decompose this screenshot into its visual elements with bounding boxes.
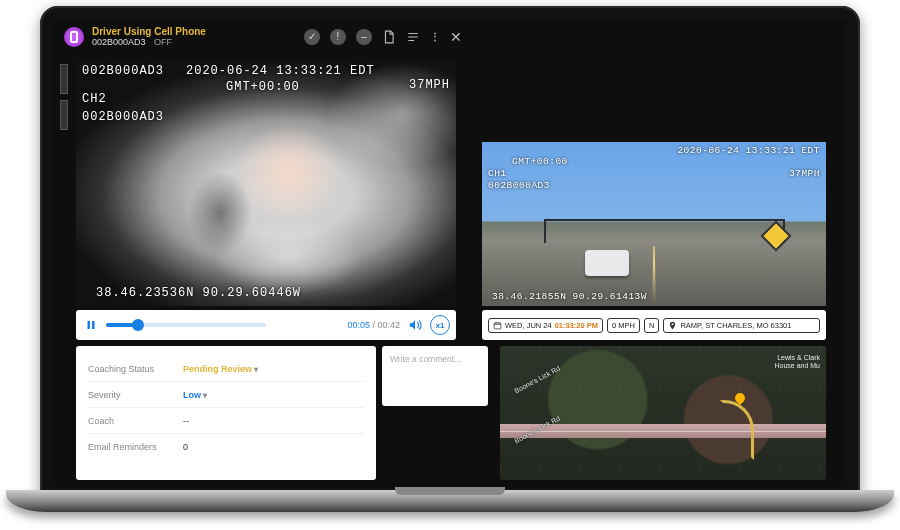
laptop-frame: Driver Using Cell Phone 002B000AD3 OFF ✓… xyxy=(40,6,860,512)
playback-bar: 00:05 / 00:42 x1 xyxy=(76,310,456,340)
map-panel[interactable]: Boone's Lick Rd Boone's Lick Rd Lewis & … xyxy=(500,346,826,480)
alert-icon[interactable]: ! xyxy=(330,29,346,45)
close-icon[interactable]: ✕ xyxy=(450,29,462,45)
event-title: Driver Using Cell Phone xyxy=(92,26,206,37)
device-status: OFF xyxy=(154,37,172,47)
coaching-panel: Coaching Status Pending Review▾ Severity… xyxy=(76,346,376,480)
value-coaching-status[interactable]: Pending Review▾ xyxy=(183,364,258,374)
lane-marking xyxy=(652,246,656,305)
comment-placeholder: Write a comment... xyxy=(390,354,461,364)
value-severity[interactable]: Low▾ xyxy=(183,390,207,400)
pause-button[interactable] xyxy=(82,316,100,334)
severity-text: Low xyxy=(183,390,201,400)
main-area: 002B000AD3 2020-06-24 13:33:21 EDT GMT+0… xyxy=(68,60,832,480)
osd-timestamp: 2020-06-24 13:33:21 EDT xyxy=(186,64,375,78)
svg-rect-0 xyxy=(88,321,91,329)
screen-bezel: Driver Using Cell Phone 002B000AD3 OFF ✓… xyxy=(40,6,860,496)
osd2-device: 002B000AD3 xyxy=(488,180,550,191)
seek-track[interactable] xyxy=(106,323,266,327)
map-poi-line2: House and Mu xyxy=(774,362,820,370)
chevron-down-icon: ▾ xyxy=(254,365,258,374)
event-header: Driver Using Cell Phone 002B000AD3 OFF ✓… xyxy=(54,20,846,51)
info-heading: N xyxy=(649,321,654,330)
chip-heading: N xyxy=(644,318,659,333)
osd2-tz: GMT+00:00 xyxy=(512,156,568,167)
osd2-coords: 38.46.21855N 90.29.61413W xyxy=(492,291,647,302)
svg-rect-2 xyxy=(494,322,501,328)
event-heading: Driver Using Cell Phone 002B000AD3 OFF xyxy=(92,26,206,47)
label-severity: Severity xyxy=(88,390,183,400)
clip-thumb[interactable] xyxy=(60,64,68,94)
row-coaching-status: Coaching Status Pending Review▾ xyxy=(88,356,364,382)
row-coach: Coach -- xyxy=(88,408,364,434)
osd-channel: CH2 xyxy=(82,92,107,106)
osd2-speed: 37MPH xyxy=(789,168,820,179)
osd-device2: 002B000AD3 xyxy=(82,110,164,124)
chevron-down-icon: ▾ xyxy=(203,391,207,400)
camera-main[interactable]: 002B000AD3 2020-06-24 13:33:21 EDT GMT+0… xyxy=(76,60,456,306)
app-screen: Driver Using Cell Phone 002B000AD3 OFF ✓… xyxy=(54,20,846,486)
chip-datetime: WED, JUN 24 01:33:20 PM xyxy=(488,318,603,333)
chip-location: RAMP, ST CHARLES, MO 63301 xyxy=(663,318,820,333)
osd-device: 002B000AD3 xyxy=(82,64,164,78)
osd-speed: 37MPH xyxy=(409,78,450,92)
laptop-base xyxy=(6,490,894,512)
value-reminders[interactable]: 0 xyxy=(183,442,188,452)
disable-icon[interactable]: – xyxy=(356,29,372,45)
info-speed: 0 MPH xyxy=(612,321,635,330)
event-subtitle: 002B000AD3 OFF xyxy=(92,37,206,47)
svg-rect-1 xyxy=(92,321,95,329)
vehicle-ahead xyxy=(585,250,629,276)
comment-box[interactable]: Write a comment... xyxy=(382,346,488,406)
more-icon[interactable]: ⋮ xyxy=(430,29,440,45)
label-coaching-status: Coaching Status xyxy=(88,364,183,374)
check-icon[interactable]: ✓ xyxy=(304,29,320,45)
trip-info-bar: WED, JUN 24 01:33:20 PM 0 MPH N RAMP, ST… xyxy=(482,310,826,340)
laptop-notch xyxy=(395,487,505,495)
label-coach: Coach xyxy=(88,416,183,426)
clip-thumb[interactable] xyxy=(60,100,68,130)
info-time: 01:33:20 PM xyxy=(555,321,598,330)
header-action-icons: ✓ ! – ⋮ ✕ xyxy=(304,29,462,45)
clip-thumbnails xyxy=(60,64,68,136)
document-icon[interactable] xyxy=(382,29,396,45)
value-coach[interactable]: -- xyxy=(183,416,189,426)
chip-speed: 0 MPH xyxy=(607,318,640,333)
seek-knob[interactable] xyxy=(132,319,144,331)
playback-time: 00:05 / 00:42 xyxy=(347,320,400,330)
map-ramp xyxy=(720,400,754,460)
duration: 00:42 xyxy=(377,320,400,330)
coaching-status-text: Pending Review xyxy=(183,364,252,374)
elapsed-time: 00:05 xyxy=(347,320,370,330)
osd2-channel: CH1 xyxy=(488,168,507,179)
info-location: RAMP, ST CHARLES, MO 63301 xyxy=(680,321,791,330)
camera-secondary[interactable]: 2020-06-24 13:33:21 EDT GMT+00:00 CH1 00… xyxy=(482,142,826,306)
phone-event-icon xyxy=(64,27,84,47)
volume-button[interactable] xyxy=(406,316,424,334)
info-date: WED, JUN 24 xyxy=(505,321,552,330)
label-reminders: Email Reminders xyxy=(88,442,183,452)
map-poi-label: Lewis & Clark House and Mu xyxy=(774,354,820,371)
map-road-label: Boone's Lick Rd xyxy=(513,365,561,395)
row-reminders: Email Reminders 0 xyxy=(88,434,364,460)
osd-coords: 38.46.23536N 90.29.60446W xyxy=(96,286,301,300)
device-id: 002B000AD3 xyxy=(92,37,146,47)
map-poi-line1: Lewis & Clark xyxy=(774,354,820,362)
osd-tz: GMT+00:00 xyxy=(226,80,300,94)
highway-gantry xyxy=(544,219,785,229)
list-icon[interactable] xyxy=(406,29,420,45)
osd2-timestamp: 2020-06-24 13:33:21 EDT xyxy=(677,145,820,156)
playback-rate[interactable]: x1 xyxy=(430,315,450,335)
row-severity: Severity Low▾ xyxy=(88,382,364,408)
